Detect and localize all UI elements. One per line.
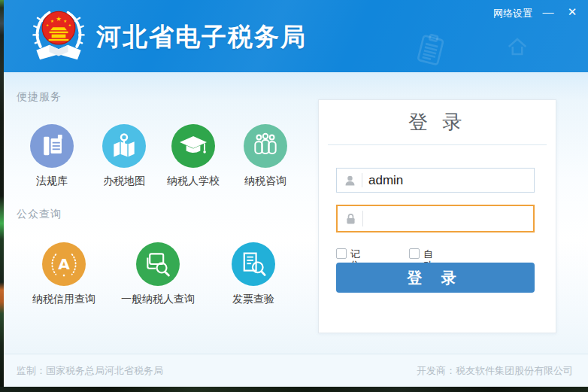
service-item-tax-credit-inquiry[interactable]: A 纳税信用查询 [19,242,109,306]
svg-text:★: ★ [46,23,49,27]
svg-text:★: ★ [63,19,67,23]
auto-login-checkbox[interactable] [409,248,420,259]
section-title-public-inquiry: 公众查询 [17,208,62,221]
service-label: 办税地图 [88,175,160,188]
login-title: 登 录 [319,109,556,135]
service-label: 一般纳税人查询 [113,293,203,306]
svg-text:A: A [58,255,70,273]
clipboard-watermark-icon [412,29,450,69]
login-divider [328,144,547,145]
username-input[interactable] [368,169,528,192]
service-item-regulations-library[interactable]: 法规库 [16,124,88,188]
service-label: 纳税咨询 [229,175,302,188]
general-taxpayer-search-icon [141,247,175,281]
login-panel: 登 录 记住密码 [318,99,556,333]
svg-text:★: ★ [68,23,71,27]
text-cursor [362,211,363,226]
username-field[interactable] [336,168,535,193]
footer-supervisor-text: 监制：国家税务总局河北省税务局 [17,364,163,378]
svg-text:★: ★ [56,15,62,23]
lock-icon [344,212,357,225]
invoice-verification-icon [236,247,271,281]
regulations-library-icon [35,129,69,163]
close-button[interactable]: ✕ [562,3,582,21]
tax-consultation-icon [248,129,283,163]
service-label: 法规库 [16,175,88,188]
field-separator [362,173,362,187]
taxpayer-school-icon [176,129,211,163]
network-settings-button[interactable]: 网络设置 [493,7,532,20]
app-title: 河北省电子税务局 [96,20,307,54]
desktop-edge-bottom [0,387,588,392]
tax-credit-rating-icon: A [47,247,81,281]
national-tax-emblem-icon: ★ ★ ★ ★ ★ [29,5,88,67]
login-button[interactable]: 登 录 [336,263,535,293]
password-input[interactable] [369,206,529,231]
user-icon [344,174,356,187]
minimize-button[interactable]: — [538,3,558,21]
service-label: 纳税人学校 [157,175,229,188]
header-bar: ★ ★ ★ ★ ★ 河北省电子税务局 网络设置 — ✕ [4,0,588,72]
remember-password-checkbox[interactable] [336,248,347,259]
section-title-convenient-services: 便捷服务 [17,90,62,104]
home-watermark-icon [506,36,529,57]
service-item-invoice-verification[interactable]: 发票查验 [208,242,299,306]
main-content: 便捷服务 法规库 [4,72,588,354]
tax-map-icon [107,129,141,163]
service-item-taxpayer-school[interactable]: 纳税人学校 [157,124,229,188]
footer-bar: 监制：国家税务总局河北省税务局 开发商：税友软件集团股份有限公司 [4,354,588,387]
svg-text:★: ★ [50,19,54,23]
app-window: ★ ★ ★ ★ ★ 河北省电子税务局 网络设置 — ✕ 便捷服务 [4,0,588,387]
service-item-tax-map[interactable]: 办税地图 [88,124,160,188]
service-label: 纳税信用查询 [19,293,109,306]
password-field[interactable] [336,205,535,232]
service-item-general-taxpayer-inquiry[interactable]: 一般纳税人查询 [113,242,203,306]
footer-developer-text: 开发商：税友软件集团股份有限公司 [417,364,573,378]
service-item-tax-consultation[interactable]: 纳税咨询 [229,124,302,188]
service-label: 发票查验 [208,293,299,306]
